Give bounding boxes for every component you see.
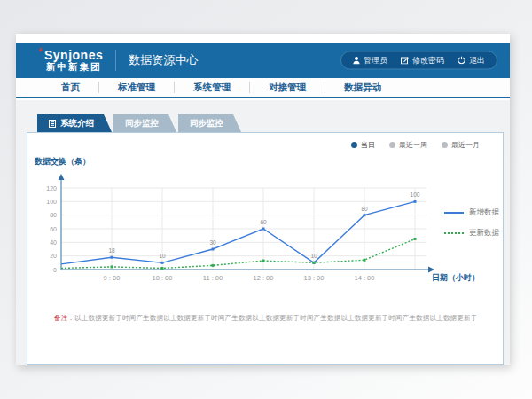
tab-3[interactable]: 同步监控 — [178, 114, 241, 132]
power-icon — [458, 57, 466, 65]
nav-item-1[interactable]: 首页 — [43, 82, 98, 94]
document-icon — [49, 120, 56, 128]
app-window: Synjones 新中新集团 数据资源中心 管理员 修改密码 — [16, 34, 510, 365]
tab-label: 同步监控 — [190, 114, 223, 132]
time-range-filter: 当日最近一周最近一月 — [351, 140, 480, 150]
change-password-label: 修改密码 — [412, 55, 444, 66]
x-tick-label: 14 : 00 — [355, 274, 375, 282]
data-point-label: 18 — [108, 247, 115, 254]
data-point — [313, 262, 316, 264]
tab-label: 同步监控 — [125, 114, 159, 132]
filter-option-label: 当日 — [361, 140, 375, 150]
tab-label: 系统介绍 — [60, 114, 94, 132]
x-tick-label: 13 : 00 — [304, 274, 325, 282]
logo[interactable]: Synjones 新中新集团 — [44, 49, 103, 73]
data-point-label: 10 — [159, 253, 166, 259]
data-point-label: 60 — [260, 219, 267, 225]
content-area: 系统介绍同步监控同步监控 当日最近一周最近一月 数据交换（条） 02040608… — [16, 100, 510, 365]
page-title: 数据资源中心 — [115, 50, 198, 71]
filter-option-2[interactable]: 最近一周 — [389, 140, 427, 150]
legend-label: 新增数据 — [469, 207, 499, 218]
legend-label: 更新数据 — [469, 228, 499, 239]
logout-label: 退出 — [469, 55, 485, 66]
footer-note-text: 以上数据更新于时间产生数据以上数据更新于时间产生数据以上数据更新于时间产生数据以… — [74, 314, 477, 322]
edit-icon — [401, 57, 409, 65]
data-point — [364, 214, 366, 216]
tab-1[interactable]: 系统介绍 — [37, 114, 112, 132]
legend-line-sample — [444, 212, 464, 214]
data-point — [111, 256, 113, 259]
data-point-label: 30 — [209, 239, 216, 246]
user-toolbar: 管理员 修改密码 退出 — [340, 51, 497, 70]
app-header: Synjones 新中新集团 数据资源中心 管理员 修改密码 — [16, 43, 510, 78]
nav-item-5[interactable]: 数据异动 — [325, 82, 400, 94]
legend-item-2: 更新数据 — [444, 228, 499, 239]
filter-option-1[interactable]: 当日 — [351, 140, 375, 150]
content-panel: 当日最近一周最近一月 数据交换（条） 0204060801001209 : 00… — [27, 132, 504, 365]
data-point — [212, 248, 215, 251]
page-top-strip — [16, 34, 510, 43]
x-tick-label: 9 : 00 — [104, 274, 121, 282]
data-point — [111, 265, 113, 268]
x-axis-label: 日期（小时） — [432, 273, 480, 282]
data-point — [414, 238, 417, 240]
y-tick-label: 40 — [50, 239, 57, 246]
data-point — [161, 262, 164, 264]
data-point — [212, 264, 215, 267]
nav-item-3[interactable]: 系统管理 — [175, 82, 249, 94]
filter-option-label: 最近一月 — [451, 140, 480, 150]
y-tick-label: 0 — [53, 267, 57, 273]
chart-legend: 新增数据更新数据 — [444, 207, 499, 239]
y-tick-label: 100 — [46, 199, 57, 205]
data-point — [262, 228, 265, 231]
nav-item-2[interactable]: 标准管理 — [99, 82, 174, 94]
x-axis-arrow-icon — [428, 267, 434, 273]
line-chart: 0204060801001209 : 0010 : 0011 : 0012 : … — [35, 174, 505, 289]
y-tick-label: 20 — [50, 253, 57, 259]
y-axis-label: 数据交换（条） — [35, 156, 90, 168]
x-tick-label: 11 : 00 — [203, 274, 223, 282]
data-point — [364, 259, 366, 262]
data-point-label: 100 — [411, 192, 420, 198]
logo-chinese: 新中新集团 — [44, 62, 103, 73]
logo-en-text: Synjones — [44, 48, 103, 62]
data-point — [414, 200, 417, 203]
filter-option-3[interactable]: 最近一月 — [442, 140, 480, 150]
legend-item-1: 新增数据 — [444, 207, 499, 218]
x-tick-label: 10 : 00 — [153, 274, 173, 282]
footer-note-prefix: 备注： — [54, 314, 74, 322]
footer-note: 备注：以上数据更新于时间产生数据以上数据更新于时间产生数据以上数据更新于时间产生… — [54, 314, 489, 324]
x-tick-label: 12 : 00 — [254, 274, 274, 282]
change-password-button[interactable]: 修改密码 — [401, 55, 444, 66]
data-point-label: 80 — [361, 206, 368, 212]
tab-2[interactable]: 同步监控 — [113, 114, 176, 132]
user-icon — [353, 57, 360, 65]
y-axis-arrow-icon — [59, 174, 65, 180]
logout-button[interactable]: 退出 — [458, 55, 485, 66]
radio-dot-icon — [442, 142, 448, 148]
data-point — [161, 267, 164, 270]
nav-item-4[interactable]: 对接管理 — [250, 82, 325, 94]
main-nav: 首页标准管理系统管理对接管理数据异动 — [16, 78, 510, 98]
current-user-label: 管理员 — [364, 55, 387, 66]
filter-option-label: 最近一周 — [399, 140, 427, 150]
tab-bar: 系统介绍同步监控同步监控 — [37, 114, 510, 132]
y-tick-label: 120 — [46, 185, 57, 192]
data-point — [262, 260, 265, 262]
current-user-button[interactable]: 管理员 — [353, 55, 387, 66]
y-tick-label: 80 — [50, 212, 57, 218]
radio-dot-icon — [389, 142, 395, 148]
radio-dot-icon — [351, 142, 357, 148]
y-tick-label: 60 — [50, 226, 57, 232]
logo-english: Synjones — [44, 49, 103, 62]
data-point-label: 10 — [310, 253, 317, 259]
logo-accent-icon — [37, 46, 42, 51]
legend-line-sample — [444, 232, 464, 234]
